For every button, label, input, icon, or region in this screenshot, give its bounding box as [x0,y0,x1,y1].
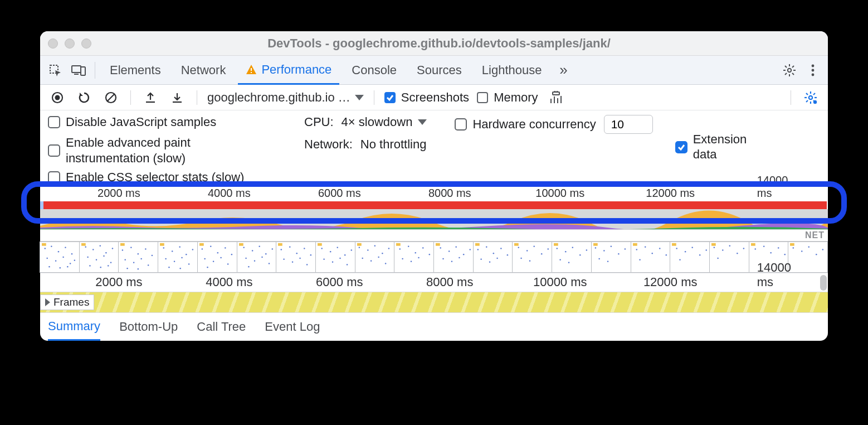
tab-elements[interactable]: Elements [102,56,169,85]
svg-point-186 [534,245,535,247]
svg-point-79 [148,264,149,266]
svg-rect-183 [514,242,552,272]
screenshots-checkbox[interactable]: Screenshots [384,90,469,105]
svg-point-101 [231,254,232,255]
svg-rect-70 [120,242,158,272]
svg-rect-225 [672,243,676,246]
filmstrip-frame[interactable] [552,242,592,273]
svg-rect-172 [436,243,440,246]
svg-point-88 [192,249,194,250]
expand-arrow-icon [45,298,50,306]
filmstrip-frame[interactable] [512,242,552,273]
svg-point-205 [618,253,620,255]
download-profile-button[interactable] [168,88,187,107]
svg-rect-233 [711,243,716,246]
tab-sources[interactable]: Sources [409,56,470,85]
filmstrip-frame[interactable] [709,242,749,273]
tab-lighthouse[interactable]: Lighthouse [474,56,550,85]
filmstrip-frame[interactable] [394,242,434,273]
filmstrip-frame[interactable] [79,242,119,273]
svg-point-231 [743,248,745,249]
svg-point-103 [213,260,214,262]
ruler-tick: 8000 ms [426,275,473,289]
timeline-overview[interactable]: 2000 ms 4000 ms 6000 ms 8000 ms 10000 ms… [40,184,828,273]
svg-point-84 [163,247,165,249]
filmstrip-frame[interactable] [591,242,631,273]
filmstrip-frame[interactable] [237,242,277,273]
cpu-throttle-select[interactable]: 4× slowdown [342,115,427,129]
inspect-element-icon[interactable] [46,61,65,80]
filmstrip-frame[interactable] [473,242,513,273]
upload-profile-button[interactable] [141,88,160,107]
record-button[interactable] [48,88,67,107]
filmstrip-frame[interactable] [355,242,395,273]
zoom-window-icon[interactable] [81,38,91,49]
tab-console[interactable]: Console [344,56,404,85]
overview-screenshots [40,242,828,273]
svg-point-44 [58,251,60,253]
svg-point-65 [110,262,112,263]
tab-network[interactable]: Network [173,56,234,85]
memory-checkbox[interactable]: Memory [477,90,538,105]
svg-point-85 [172,250,173,252]
filmstrip-frame[interactable] [158,242,198,273]
svg-point-207 [598,258,600,260]
extension-data-checkbox[interactable]: Extension data [675,132,754,162]
svg-point-53 [67,266,69,268]
svg-point-128 [300,258,301,259]
svg-point-31 [809,95,812,99]
svg-point-236 [763,245,765,247]
svg-rect-108 [238,242,276,272]
flamechart-ruler[interactable]: 2000 ms 4000 ms 6000 ms 8000 ms 10000 ms… [40,273,828,292]
frames-track[interactable]: Frames [40,292,828,313]
hw-concurrency-input[interactable] [604,115,653,134]
device-toolbar-icon[interactable] [69,61,88,80]
svg-point-66 [89,265,91,267]
advanced-paint-checkbox[interactable]: Enable advanced paint instrumentation (s… [48,135,282,166]
collect-garbage-button[interactable] [546,88,565,107]
capture-settings-gear-icon[interactable] [801,88,820,107]
filmstrip-frame[interactable] [276,242,316,273]
details-tab-call-tree[interactable]: Call Tree [197,313,246,341]
minimize-window-icon[interactable] [65,38,75,49]
overview-ruler[interactable]: 2000 ms 4000 ms 6000 ms 8000 ms 10000 ms… [40,185,828,201]
ruler-tick: 6000 ms [316,275,363,289]
svg-rect-173 [474,242,512,272]
svg-point-185 [526,250,528,252]
filmstrip-frame[interactable] [118,242,158,273]
svg-point-181 [496,258,498,259]
details-tab-summary[interactable]: Summary [48,313,100,341]
svg-point-211 [636,249,637,250]
more-tabs-icon[interactable]: » [554,61,573,80]
svg-rect-1 [72,66,81,73]
target-dropdown[interactable]: googlechrome.github.io … [207,90,364,105]
clear-button[interactable] [101,88,120,107]
kebab-menu-icon[interactable] [803,61,822,80]
filmstrip-frame[interactable] [197,242,237,273]
css-stats-checkbox[interactable]: Enable CSS selector stats (slow) [48,171,282,183]
tab-performance[interactable]: Performance [238,56,339,85]
hw-concurrency-checkbox[interactable]: Hardware concurrency [455,117,596,132]
filmstrip-frame[interactable] [40,242,80,273]
svg-point-208 [607,260,609,262]
frames-track-header[interactable]: Frames [40,294,94,310]
details-tab-bottom-up[interactable]: Bottom-Up [119,313,178,341]
filmstrip-frame[interactable] [670,242,710,273]
svg-point-19 [55,95,60,100]
svg-point-64 [103,255,105,257]
scrollbar-thumb[interactable] [820,275,827,291]
disable-js-label: Disable JavaScript samples [66,115,216,129]
panel-tabs: Elements Network Performance Console Sou… [40,56,828,85]
separator [130,90,131,105]
filmstrip-frame[interactable] [433,242,474,273]
chevron-down-icon [355,95,364,100]
svg-line-13 [785,73,787,75]
settings-gear-icon[interactable] [780,61,799,80]
filmstrip-frame[interactable] [315,242,355,273]
details-tab-event-log[interactable]: Event Log [265,313,320,341]
reload-record-button[interactable] [75,88,94,107]
close-window-icon[interactable] [48,38,58,49]
svg-point-203 [603,250,605,252]
filmstrip-frame[interactable] [631,242,671,273]
disable-js-checkbox[interactable]: Disable JavaScript samples [48,115,282,129]
